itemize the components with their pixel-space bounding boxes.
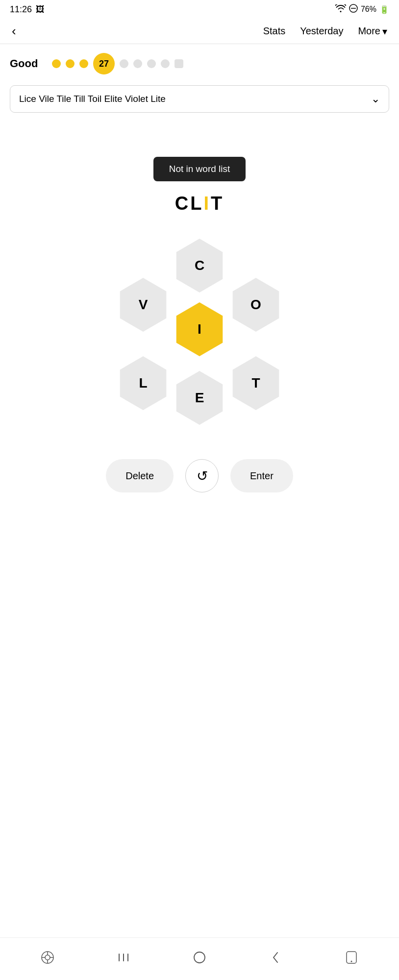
hex-v[interactable]: V bbox=[116, 278, 170, 332]
photo-icon: 🖼 bbox=[36, 4, 45, 15]
delete-button[interactable]: Delete bbox=[106, 459, 174, 492]
hex-i-wrapper: I bbox=[173, 302, 226, 356]
hex-c[interactable]: C bbox=[173, 239, 226, 293]
nav-bar: ‹ Stats Yesterday More ▾ bbox=[0, 19, 399, 44]
status-left: 11:26 🖼 bbox=[10, 4, 45, 15]
dot-7 bbox=[147, 59, 156, 68]
current-word: CLIT bbox=[175, 193, 224, 214]
system-nav-bar bbox=[0, 937, 399, 980]
svg-point-11 bbox=[194, 952, 205, 963]
grid-nav-button[interactable] bbox=[37, 947, 58, 968]
letter-i: I bbox=[203, 193, 211, 214]
dot-6 bbox=[133, 59, 142, 68]
more-button[interactable]: More ▾ bbox=[358, 25, 387, 37]
hex-c-wrapper: C bbox=[173, 239, 226, 293]
words-bar[interactable]: Lice Vile Tile Till Toil Elite Violet Li… bbox=[10, 85, 389, 113]
hex-v-wrapper: V bbox=[116, 278, 170, 332]
menu-nav-button[interactable] bbox=[113, 947, 134, 968]
score-section: Good 27 bbox=[0, 44, 399, 80]
letter-t: T bbox=[211, 193, 224, 214]
hex-e-wrapper: E bbox=[173, 371, 226, 425]
home-nav-button[interactable] bbox=[189, 947, 210, 968]
refresh-button[interactable]: ↺ bbox=[185, 459, 219, 492]
score-label: Good bbox=[10, 57, 44, 70]
back-button[interactable]: ‹ bbox=[12, 24, 16, 39]
hex-t-wrapper: T bbox=[229, 356, 283, 410]
battery-icon: 🔋 bbox=[379, 5, 389, 14]
battery-level: 76% bbox=[361, 5, 376, 14]
chevron-down-icon: ▾ bbox=[382, 25, 387, 37]
dot-active: 27 bbox=[93, 53, 115, 74]
expand-words-icon: ⌄ bbox=[371, 93, 380, 105]
yesterday-button[interactable]: Yesterday bbox=[300, 25, 343, 37]
hex-i-center[interactable]: I bbox=[173, 302, 226, 356]
hex-t[interactable]: T bbox=[229, 356, 283, 410]
refresh-icon: ↺ bbox=[197, 468, 208, 484]
current-word-container: CLIT bbox=[0, 193, 399, 214]
dot-1 bbox=[52, 59, 61, 68]
dot-9 bbox=[175, 59, 183, 68]
bottom-buttons: Delete ↺ Enter bbox=[0, 459, 399, 492]
more-label: More bbox=[358, 25, 380, 37]
back-nav-button[interactable] bbox=[265, 947, 286, 968]
hex-l-wrapper: L bbox=[116, 356, 170, 410]
status-time: 11:26 bbox=[10, 4, 32, 15]
toast-container: Not in word list bbox=[0, 157, 399, 181]
status-right: 76% 🔋 bbox=[335, 4, 389, 15]
enter-button[interactable]: Enter bbox=[230, 459, 293, 492]
nav-links: Stats Yesterday More ▾ bbox=[263, 25, 387, 37]
hex-e[interactable]: E bbox=[173, 371, 226, 425]
svg-point-3 bbox=[45, 955, 50, 960]
hex-o-wrapper: O bbox=[229, 278, 283, 332]
phone-nav-button[interactable] bbox=[341, 947, 362, 968]
dot-track: 27 bbox=[52, 53, 389, 74]
honeycomb: C O I V T L E bbox=[97, 229, 302, 435]
dnd-icon bbox=[349, 4, 358, 15]
words-text: Lice Vile Tile Till Toil Elite Violet Li… bbox=[19, 94, 371, 104]
stats-button[interactable]: Stats bbox=[263, 25, 286, 37]
hex-l[interactable]: L bbox=[116, 356, 170, 410]
hex-o[interactable]: O bbox=[229, 278, 283, 332]
dot-5 bbox=[120, 59, 128, 68]
svg-point-13 bbox=[350, 961, 352, 962]
dot-8 bbox=[161, 59, 170, 68]
dot-2 bbox=[66, 59, 75, 68]
dot-3 bbox=[79, 59, 88, 68]
letter-c: CL bbox=[175, 193, 204, 214]
toast-message: Not in word list bbox=[153, 157, 246, 181]
status-bar: 11:26 🖼 76% 🔋 bbox=[0, 0, 399, 19]
wifi-icon bbox=[335, 4, 346, 14]
